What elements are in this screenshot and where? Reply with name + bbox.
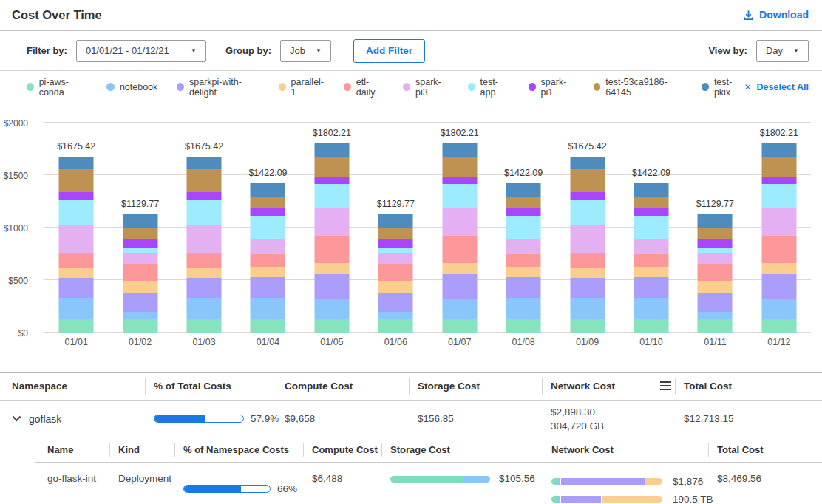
stacked-bar-01/08[interactable] [506,183,541,333]
col-network[interactable]: Network Cost [551,373,684,400]
bar-segment-notebook[interactable] [698,312,733,318]
legend-item-etl-daily[interactable]: etl-daily [344,77,384,98]
bar-segment-spark-pi3[interactable] [187,225,222,253]
bar-segment-spark-pi1[interactable] [634,208,669,216]
bar-segment-sparkpi-with-delight[interactable] [570,278,605,298]
bar-segment-test-app[interactable] [378,248,413,254]
bar-segment-spark-pi1[interactable] [698,239,733,248]
bar-segment-notebook[interactable] [123,312,157,318]
bar-segment-sparkpi-with-delight[interactable] [187,278,222,298]
bar-segment-test-53ca9186-64145[interactable] [59,169,94,192]
view-by-select[interactable]: Day ▼ [756,40,809,62]
col-total[interactable]: Total Cost [684,373,810,400]
bar-segment-etl-daily[interactable] [314,236,349,263]
bar-segment-sparkpi-with-delight[interactable] [442,274,477,299]
bar-segment-etl-daily[interactable] [378,264,413,281]
bar-segment-test-53ca9186-64145[interactable] [506,197,541,208]
group-by-select[interactable]: Job ▼ [280,40,331,62]
stacked-bar-01/01[interactable] [59,157,94,333]
stacked-bar-01/03[interactable] [187,157,222,333]
bar-segment-pi-aws-conda[interactable] [314,319,349,333]
bar-segment-test-pkix[interactable] [314,143,349,157]
bar-segment-pi-aws-conda[interactable] [761,319,796,333]
bar-segment-etl-daily[interactable] [698,264,733,281]
stacked-bar-01/10[interactable] [634,183,669,333]
legend-item-test-pkix[interactable]: test-pkix [702,77,744,98]
bar-segment-parallel-1[interactable] [123,281,157,292]
bar-segment-notebook[interactable] [251,298,285,319]
bar-segment-test-53ca9186-64145[interactable] [123,228,157,239]
date-range-select[interactable]: 01/01/21 - 01/12/21 ▼ [76,40,206,62]
bar-segment-test-app[interactable] [570,200,605,225]
bar-segment-spark-pi3[interactable] [314,208,349,236]
bar-segment-pi-aws-conda[interactable] [634,319,669,333]
bar-segment-parallel-1[interactable] [314,263,349,274]
bar-segment-spark-pi3[interactable] [251,239,285,254]
col-storage[interactable]: Storage Cost [418,373,551,400]
bar-segment-parallel-1[interactable] [634,267,669,277]
bar-segment-test-53ca9186-64145[interactable] [314,157,349,177]
stacked-bar-01/07[interactable] [442,143,477,333]
bar-segment-pi-aws-conda[interactable] [251,319,285,333]
bar-segment-etl-daily[interactable] [442,236,477,263]
bar-segment-parallel-1[interactable] [251,267,285,277]
bar-segment-test-53ca9186-64145[interactable] [570,169,605,192]
bar-segment-spark-pi3[interactable] [698,253,733,264]
bar-segment-spark-pi3[interactable] [761,208,796,236]
bar-segment-sparkpi-with-delight[interactable] [506,277,541,298]
bar-segment-test-pkix[interactable] [634,183,669,197]
stacked-bar-01/11[interactable] [698,214,733,333]
bar-segment-test-pkix[interactable] [378,214,413,228]
bar-segment-test-app[interactable] [251,216,285,239]
bar-segment-parallel-1[interactable] [698,281,733,292]
legend-item-notebook[interactable]: notebook [106,82,157,92]
bar-segment-etl-daily[interactable] [634,254,669,267]
bar-segment-notebook[interactable] [761,299,796,319]
bar-segment-sparkpi-with-delight[interactable] [314,274,349,299]
bar-segment-spark-pi1[interactable] [761,177,796,185]
col-total[interactable]: Total Cost [717,437,822,462]
bar-segment-spark-pi3[interactable] [123,253,157,264]
stacked-bar-01/06[interactable] [378,214,413,333]
bar-segment-sparkpi-with-delight[interactable] [251,277,285,298]
bar-segment-pi-aws-conda[interactable] [59,319,94,333]
bar-segment-test-53ca9186-64145[interactable] [634,197,669,208]
bar-segment-spark-pi3[interactable] [442,208,477,236]
bar-segment-test-app[interactable] [59,200,94,225]
bar-segment-test-app[interactable] [442,184,477,208]
col-pct-total[interactable]: % of Total Costs [154,373,285,400]
bar-segment-pi-aws-conda[interactable] [123,319,157,333]
menu-icon[interactable] [659,381,672,391]
bar-segment-spark-pi1[interactable] [251,208,285,216]
bar-segment-test-pkix[interactable] [506,183,541,197]
bar-segment-spark-pi1[interactable] [59,192,94,200]
bar-segment-test-app[interactable] [187,200,222,225]
bar-segment-parallel-1[interactable] [187,268,222,279]
bar-segment-test-53ca9186-64145[interactable] [442,157,477,177]
bar-segment-test-53ca9186-64145[interactable] [761,157,796,177]
bar-segment-sparkpi-with-delight[interactable] [698,293,733,313]
bar-segment-etl-daily[interactable] [570,253,605,268]
legend-item-spark-pi3[interactable]: spark-pi3 [403,77,449,98]
bar-segment-parallel-1[interactable] [506,267,541,277]
bar-segment-notebook[interactable] [59,298,94,319]
bar-segment-test-app[interactable] [698,248,733,254]
bar-segment-etl-daily[interactable] [187,253,222,268]
bar-segment-spark-pi1[interactable] [123,239,157,248]
bar-segment-test-app[interactable] [634,216,669,239]
bar-segment-test-pkix[interactable] [698,214,733,228]
bar-segment-pi-aws-conda[interactable] [378,319,413,333]
bar-segment-notebook[interactable] [570,298,605,319]
bar-segment-test-53ca9186-64145[interactable] [378,228,413,239]
bar-segment-spark-pi3[interactable] [570,225,605,253]
bar-segment-etl-daily[interactable] [251,254,285,267]
bar-segment-notebook[interactable] [634,298,669,319]
bar-segment-spark-pi1[interactable] [506,208,541,216]
stacked-bar-01/04[interactable] [251,183,285,333]
bar-segment-spark-pi1[interactable] [570,192,605,200]
bar-segment-test-53ca9186-64145[interactable] [187,169,222,192]
bar-segment-parallel-1[interactable] [761,263,796,274]
legend-item-test-app[interactable]: test-app [468,77,509,98]
col-network[interactable]: Network Cost [551,437,717,462]
bar-segment-pi-aws-conda[interactable] [698,319,733,333]
